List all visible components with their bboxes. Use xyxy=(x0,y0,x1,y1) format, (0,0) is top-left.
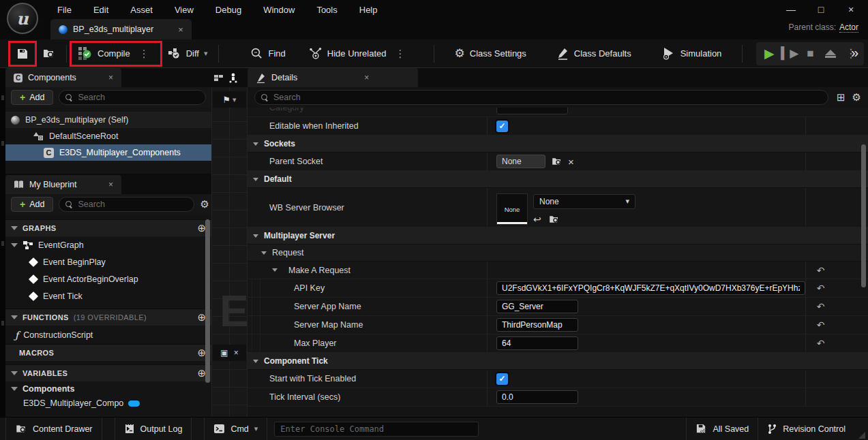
my-blueprint-search[interactable] xyxy=(59,197,194,212)
menu-asset[interactable]: Asset xyxy=(119,5,164,15)
parent-socket-input[interactable] xyxy=(496,155,545,168)
details-search[interactable] xyxy=(254,90,828,105)
menu-debug[interactable]: Debug xyxy=(205,5,252,15)
asset-tab-close-icon[interactable]: × xyxy=(178,25,183,35)
toolbar-overflow-chevron[interactable]: » xyxy=(851,45,858,61)
graph-tab-mini[interactable]: ▣ × xyxy=(213,345,246,361)
stop-button[interactable]: ■ xyxy=(800,45,820,63)
sockets-section-header[interactable]: Sockets xyxy=(248,136,868,153)
maximize-button[interactable]: □ xyxy=(809,1,833,18)
layout-grid-icon[interactable] xyxy=(214,74,224,82)
resize-grip[interactable] xyxy=(858,432,865,439)
content-drawer-button[interactable]: Content Drawer xyxy=(5,418,102,440)
details-search-input[interactable] xyxy=(273,93,822,102)
reset-server-app-name-icon[interactable]: ↶ xyxy=(805,298,835,315)
make-a-request-row[interactable]: Make A Request ↶ xyxy=(248,262,868,279)
reset-max-player-icon[interactable]: ↶ xyxy=(805,334,835,352)
components-tab[interactable]: C Components × xyxy=(5,68,121,87)
hide-unrelated-kebab-icon[interactable]: ⋮ xyxy=(391,48,410,60)
component-row-e3ds-multiplayer-components[interactable]: C E3DS_Multiplayer_Components xyxy=(5,144,211,161)
variables-section-header[interactable]: VARIABLES ⊕ xyxy=(5,364,211,381)
clear-socket-icon[interactable]: × xyxy=(568,156,574,168)
event-tick-row[interactable]: Event Tick xyxy=(5,287,211,304)
components-tab-close-icon[interactable]: × xyxy=(108,73,113,82)
my-blueprint-search-input[interactable] xyxy=(78,200,188,209)
my-blueprint-tab[interactable]: My Blueprint × xyxy=(5,175,121,194)
details-display-grid-icon[interactable]: ⊞ xyxy=(837,91,845,104)
revision-control-button[interactable]: Revision Control xyxy=(758,418,854,440)
play-button[interactable]: ▶ xyxy=(759,45,779,63)
menu-window[interactable]: Window xyxy=(252,5,305,15)
find-button[interactable]: Find xyxy=(243,42,292,65)
editable-when-inherited-checkbox[interactable]: ✓ xyxy=(496,121,508,132)
default-section-header[interactable]: Default xyxy=(248,171,868,188)
compile-options-kebab-icon[interactable]: ⋮ xyxy=(135,48,154,60)
components-add-button[interactable]: + Add xyxy=(11,90,53,105)
reset-make-a-request-icon[interactable]: ↶ xyxy=(805,262,835,279)
details-settings-gear-icon[interactable]: ⚙ xyxy=(852,91,861,104)
cmd-selector[interactable]: Cmd ▾ xyxy=(204,418,267,440)
reset-api-key-icon[interactable]: ↶ xyxy=(805,279,835,297)
component-variable-row[interactable]: E3DS_Multiplayer_Compo xyxy=(5,396,211,410)
asset-thumbnail[interactable]: None xyxy=(496,193,528,225)
variables-components-category[interactable]: Components xyxy=(5,381,211,396)
bookmarks-control[interactable]: ⚑ ▾ xyxy=(213,91,246,108)
eject-button[interactable] xyxy=(820,45,841,63)
components-search[interactable] xyxy=(59,90,206,105)
graph-close-icon[interactable]: × xyxy=(234,348,239,358)
menu-file[interactable]: File xyxy=(46,5,83,15)
server-map-name-input[interactable] xyxy=(496,318,578,332)
request-subsection-header[interactable]: Request xyxy=(248,245,868,262)
parent-class-link[interactable]: Actor xyxy=(839,22,858,33)
class-defaults-button[interactable]: Class Defaults xyxy=(550,42,638,65)
console-command-field[interactable] xyxy=(274,422,479,437)
minimize-button[interactable]: — xyxy=(779,1,803,18)
component-tick-section-header[interactable]: Component Tick xyxy=(248,353,868,370)
close-window-button[interactable]: × xyxy=(839,1,863,18)
macros-section-header[interactable]: MACROS ⊕ xyxy=(5,344,211,361)
my-blueprint-filter-gear-icon[interactable]: ⚙ xyxy=(200,198,209,210)
frame-skip-button[interactable]: ▍▶ xyxy=(779,45,800,63)
diff-button[interactable]: Diff ▾ xyxy=(161,42,215,65)
menu-view[interactable]: View xyxy=(164,5,205,15)
console-command-input[interactable] xyxy=(280,424,473,434)
my-blueprint-scrollbar[interactable] xyxy=(205,219,210,383)
event-beginplay-row[interactable]: Event BeginPlay xyxy=(5,253,211,270)
save-button[interactable] xyxy=(10,42,35,65)
tick-interval-input[interactable] xyxy=(496,390,578,404)
multiplayer-server-section-header[interactable]: Multiplayer Server xyxy=(248,227,868,245)
graphs-section-header[interactable]: GRAPHS ⊕ xyxy=(5,219,211,236)
wb-server-browser-dropdown[interactable]: None ▾ xyxy=(533,194,635,209)
output-log-button[interactable]: Output Log xyxy=(115,418,192,440)
simulation-button[interactable]: Simulation xyxy=(655,42,729,65)
details-tab[interactable]: Details × xyxy=(248,68,418,87)
browse-socket-icon[interactable] xyxy=(551,156,563,167)
graph-node-icon[interactable] xyxy=(228,73,238,83)
components-search-input[interactable] xyxy=(78,93,199,102)
component-row-defaultsceneroot[interactable]: DefaultSceneRoot xyxy=(5,128,211,144)
my-blueprint-tab-close-icon[interactable]: × xyxy=(108,180,113,189)
use-selected-asset-icon[interactable]: ↩ xyxy=(533,214,541,225)
compile-button[interactable]: Compile ⋮ xyxy=(71,42,161,65)
functions-section-header[interactable]: FUNCTIONS (19 OVERRIDABLE) ⊕ xyxy=(5,309,211,326)
all-saved-button[interactable]: All Saved xyxy=(686,418,758,440)
menu-tools[interactable]: Tools xyxy=(305,5,348,15)
my-blueprint-add-button[interactable]: + Add xyxy=(11,197,53,212)
server-app-name-input[interactable] xyxy=(496,300,578,313)
browse-asset-icon[interactable] xyxy=(548,214,560,225)
details-tab-close-icon[interactable]: × xyxy=(364,73,369,82)
class-settings-button[interactable]: ⚙ Class Settings xyxy=(448,42,533,65)
reset-server-map-name-icon[interactable]: ↶ xyxy=(805,316,835,334)
api-key-input[interactable] xyxy=(496,281,805,295)
category-dropdown-partial[interactable] xyxy=(496,108,568,114)
event-actorbeginoverlap-row[interactable]: Event ActorBeginOverlap xyxy=(5,270,211,287)
start-with-tick-enabled-checkbox[interactable]: ✓ xyxy=(496,373,508,385)
details-scrollbar[interactable] xyxy=(861,144,866,287)
constructionscript-row[interactable]: ƒ ConstructionScript xyxy=(5,326,211,344)
component-row-self[interactable]: BP_e3ds_multiplayer (Self) xyxy=(5,112,211,128)
browse-to-asset-button[interactable] xyxy=(35,42,62,65)
asset-tab-bp-e3ds-multiplayer[interactable]: BP_e3ds_multiplayer × xyxy=(50,19,192,40)
hide-unrelated-button[interactable]: Hide Unrelated ⋮ xyxy=(302,42,417,65)
menu-edit[interactable]: Edit xyxy=(83,5,119,15)
menu-help[interactable]: Help xyxy=(348,5,389,15)
